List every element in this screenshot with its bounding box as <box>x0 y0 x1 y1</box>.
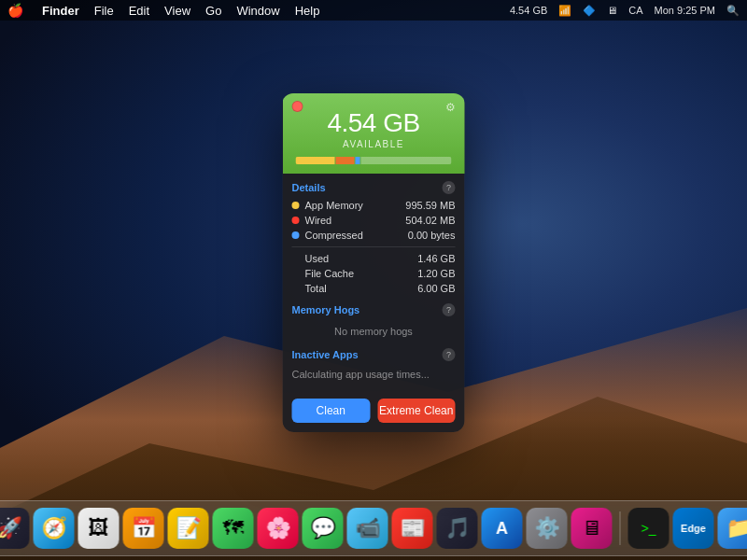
details-divider <box>292 246 456 247</box>
menu-view[interactable]: View <box>164 4 190 18</box>
dock-finder[interactable]: 📁 <box>718 508 748 549</box>
menubar-memory: 4.54 GB <box>510 5 547 16</box>
dock-messages[interactable]: 💬 <box>303 508 344 549</box>
dock-maps[interactable]: 🗺 <box>213 508 254 549</box>
wired-dot <box>292 217 300 224</box>
inactive-apps-help-icon[interactable]: ? <box>443 348 456 361</box>
details-help-icon[interactable]: ? <box>443 181 456 194</box>
wired-row: Wired 504.02 MB <box>292 213 456 228</box>
menubar-left: 🍎 Finder File Edit View Go Window Help <box>7 3 319 18</box>
dock-photos2[interactable]: 🌸 <box>258 508 299 549</box>
menu-edit[interactable]: Edit <box>129 4 149 18</box>
file-cache-row: File Cache 1.20 GB <box>292 266 456 281</box>
apple-menu[interactable]: 🍎 <box>7 3 23 18</box>
available-memory-label: AVAILABLE <box>296 139 452 149</box>
bar-app-memory <box>296 157 335 164</box>
close-button[interactable] <box>292 101 303 112</box>
dock-terminal[interactable]: >_ <box>628 508 669 549</box>
compressed-row: Compressed 0.00 bytes <box>292 228 456 243</box>
used-row: Used 1.46 GB <box>292 251 456 266</box>
file-cache-value: 1.20 GB <box>417 268 455 279</box>
compressed-dot <box>292 231 300 239</box>
available-memory-value: 4.54 GB <box>296 108 452 138</box>
dock-edge[interactable]: Edge <box>673 508 714 549</box>
dock-notes[interactable]: 📝 <box>168 508 209 549</box>
app-memory-label: App Memory <box>305 200 406 211</box>
no-memory-hogs-text: No memory hogs <box>292 320 456 341</box>
bar-wired <box>335 157 354 164</box>
menubar: 🍎 Finder File Edit View Go Window Help 4… <box>0 0 747 21</box>
extreme-clean-button[interactable]: Extreme Clean <box>377 399 456 423</box>
dock-separator <box>620 511 621 545</box>
menu-finder[interactable]: Finder <box>42 4 79 18</box>
menu-go[interactable]: Go <box>205 4 221 18</box>
total-value: 6.00 GB <box>417 283 455 294</box>
total-label: Total <box>305 283 418 294</box>
menubar-ca[interactable]: CA <box>628 5 642 16</box>
bar-compressed <box>355 157 359 164</box>
dock-music[interactable]: 🎵 <box>437 508 478 549</box>
menubar-bluetooth: 🔷 <box>583 5 596 17</box>
dock-calendar[interactable]: 📅 <box>123 508 164 549</box>
compressed-value: 0.00 bytes <box>408 230 456 241</box>
dock-photos[interactable]: 🖼 <box>78 508 120 549</box>
dock-facetime[interactable]: 📹 <box>347 508 388 549</box>
dock: 🎙 🚀 🧭 🖼 📅 📝 🗺 🌸 💬 📹 📰 🎵 A ⚙️ 🖥 >_ Edge 📁… <box>0 500 747 556</box>
used-value: 1.46 GB <box>417 253 455 264</box>
wired-value: 504.02 MB <box>405 215 455 226</box>
widget-header: ⚙ 4.54 GB AVAILABLE <box>283 93 465 174</box>
menu-window[interactable]: Window <box>236 4 279 18</box>
dock-cleaner[interactable]: 🖥 <box>571 508 613 549</box>
gear-icon[interactable]: ⚙ <box>445 101 456 114</box>
menubar-search[interactable]: 🔍 <box>726 5 740 17</box>
inactive-apps-title: Inactive Apps <box>292 349 359 360</box>
total-row: Total 6.00 GB <box>292 281 456 296</box>
memory-widget: ⚙ 4.54 GB AVAILABLE Details ? App Memory… <box>283 93 465 432</box>
dock-settings[interactable]: ⚙️ <box>527 508 568 549</box>
widget-buttons: Clean Extreme Clean <box>283 393 465 432</box>
menubar-wifi: 📶 <box>558 5 571 17</box>
dock-safari[interactable]: 🧭 <box>34 508 75 549</box>
memory-hogs-help-icon[interactable]: ? <box>443 303 456 316</box>
app-memory-value: 995.59 MB <box>405 200 455 211</box>
dock-news[interactable]: 📰 <box>392 508 433 549</box>
compressed-label: Compressed <box>305 230 408 241</box>
widget-body: Details ? App Memory 995.59 MB Wired 504… <box>283 174 465 393</box>
wired-label: Wired <box>305 215 406 226</box>
memory-hogs-title: Memory Hogs <box>292 304 360 315</box>
menubar-display: 🖥 <box>607 5 617 16</box>
dock-appstore[interactable]: A <box>482 508 523 549</box>
details-title: Details <box>292 182 326 193</box>
inactive-apps-section-header: Inactive Apps ? <box>292 341 456 365</box>
details-section-header: Details ? <box>292 174 456 198</box>
bar-free <box>360 157 451 164</box>
menubar-right: 4.54 GB 📶 🔷 🖥 CA Mon 9:25 PM 🔍 <box>510 5 740 17</box>
memory-bar <box>296 157 452 164</box>
used-label: Used <box>305 253 418 264</box>
menu-file[interactable]: File <box>94 4 114 18</box>
memory-hogs-section-header: Memory Hogs ? <box>292 296 456 320</box>
menu-help[interactable]: Help <box>295 4 320 18</box>
app-memory-dot <box>292 202 300 209</box>
clean-button[interactable]: Clean <box>292 399 371 423</box>
calculating-text: Calculating app usage times... <box>292 365 456 385</box>
menubar-time: Mon 9:25 PM <box>655 5 715 16</box>
app-memory-row: App Memory 995.59 MB <box>292 198 456 213</box>
file-cache-label: File Cache <box>305 268 418 279</box>
dock-launchpad[interactable]: 🚀 <box>0 508 30 549</box>
